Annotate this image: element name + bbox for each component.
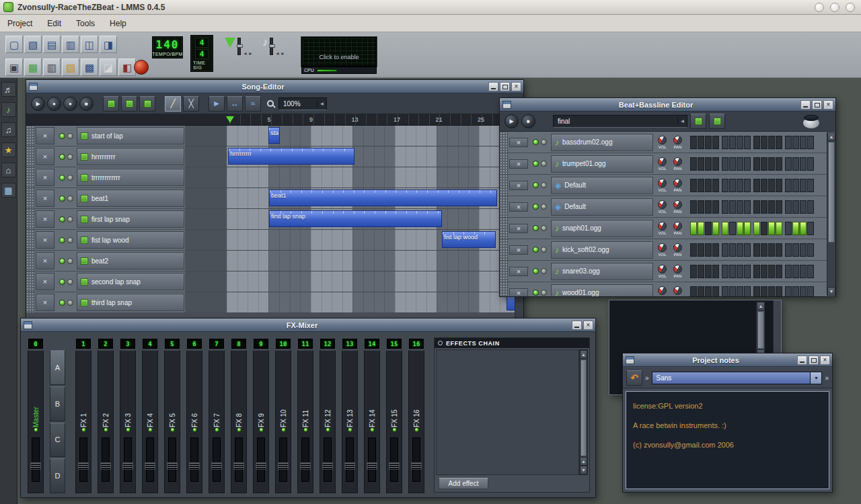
track-ops-button[interactable]: ×	[509, 224, 528, 233]
pan-knob[interactable]	[673, 222, 682, 230]
track-grip[interactable]	[500, 218, 508, 239]
beat-cell[interactable]	[744, 265, 751, 278]
track-ops-button[interactable]: ×	[509, 138, 528, 147]
maximize-button[interactable]	[809, 355, 819, 365]
beat-cell[interactable]	[800, 200, 807, 214]
beat-cell[interactable]	[729, 157, 736, 171]
track-grip[interactable]	[500, 175, 508, 196]
beat-cell[interactable]	[690, 265, 697, 278]
sidebar-item-presets[interactable]: ♫	[1, 122, 16, 137]
bb-editor-titlebar[interactable]: Beat+Bassline Editor ×	[500, 98, 835, 112]
track-timeline[interactable]: sta	[185, 126, 523, 146]
menu-project[interactable]: Project	[0, 15, 40, 32]
beat-cell[interactable]	[698, 222, 704, 235]
track-grip[interactable]	[500, 196, 508, 217]
beat-cell[interactable]	[698, 286, 704, 297]
edit-mode-button[interactable]: ╳	[183, 96, 199, 112]
scroll-down-button[interactable]: ▼	[580, 466, 587, 474]
beat-cell[interactable]	[690, 243, 697, 257]
beat-cell[interactable]	[722, 157, 728, 171]
zoom-select[interactable]: 100% ◄	[278, 97, 327, 110]
beat-cell[interactable]	[690, 157, 697, 171]
track-name-button[interactable]: beat2	[77, 252, 184, 269]
beat-cell[interactable]	[768, 200, 775, 214]
fader-handle[interactable]	[78, 462, 89, 470]
beat-cell[interactable]	[698, 200, 704, 214]
beat-cell[interactable]	[729, 265, 736, 278]
track-timeline[interactable]: first lap snap	[185, 209, 523, 229]
beat-cell[interactable]	[744, 179, 751, 192]
scroll-up2-button[interactable]: ▲	[580, 457, 587, 466]
track-enable-led[interactable]	[533, 290, 539, 296]
sidebar-item-instruments[interactable]: ♬	[1, 82, 16, 97]
beat-cell[interactable]	[807, 179, 814, 192]
track-timeline[interactable]	[185, 167, 523, 187]
pan-knob[interactable]	[673, 286, 682, 295]
track-mute-led[interactable]	[67, 196, 73, 202]
beat-cell[interactable]	[729, 136, 736, 149]
beat-cell[interactable]	[768, 179, 775, 192]
bb-editor-toggle[interactable]: ▦	[24, 58, 42, 76]
beat-cell[interactable]	[737, 200, 743, 214]
track-ops-button[interactable]: ×	[509, 181, 528, 190]
volume-knob[interactable]	[658, 286, 667, 295]
maximize-button[interactable]	[812, 100, 822, 110]
beat-cell[interactable]	[800, 286, 807, 297]
beat-cell[interactable]	[768, 136, 775, 149]
fx-channel[interactable]: FX 12	[320, 350, 336, 493]
fader-handle[interactable]	[167, 462, 178, 470]
record-button[interactable]: ●	[47, 97, 61, 111]
track-grip[interactable]	[500, 153, 508, 174]
beat-cell[interactable]	[792, 157, 799, 171]
track-name-button[interactable]: ♪snaph01.ogg	[551, 220, 653, 237]
fader-handle[interactable]	[300, 462, 311, 470]
beat-cell[interactable]	[712, 157, 719, 171]
project-notes-titlebar[interactable]: Project notes ×	[623, 353, 832, 367]
beat-cell[interactable]	[776, 157, 782, 171]
beat-cell[interactable]	[729, 243, 736, 257]
stop-button[interactable]: ■	[79, 97, 93, 111]
timeline-ruler[interactable]: 5913172125	[26, 114, 523, 126]
master-pitch-slider[interactable]	[270, 38, 273, 55]
fx-fader[interactable]	[146, 437, 154, 482]
output-visualizer[interactable]: Click to enable	[301, 37, 377, 67]
beat-cell[interactable]	[776, 179, 782, 192]
beat-cell[interactable]	[753, 136, 760, 149]
beat-cell[interactable]	[705, 179, 712, 192]
track-mute-led[interactable]	[541, 182, 547, 188]
beat-cell[interactable]	[705, 286, 712, 297]
beat-cell[interactable]	[753, 157, 760, 171]
bb-editor-scrollbar[interactable]: ▲ ▼	[827, 132, 835, 296]
fx-channel[interactable]: FX 7	[209, 350, 225, 493]
beat-cell[interactable]	[705, 157, 712, 171]
close-button[interactable]: ×	[583, 321, 593, 330]
track-mute-led[interactable]	[67, 133, 73, 139]
fx-fader[interactable]	[368, 437, 376, 482]
fx-fader[interactable]	[190, 437, 198, 482]
track-timeline[interactable]: beat1	[185, 188, 523, 208]
track-timeline[interactable]	[185, 251, 523, 271]
track-grip[interactable]	[26, 271, 34, 292]
sidebar-item-favorites[interactable]: ★	[1, 142, 16, 157]
auto-scroll-button[interactable]: ►	[209, 96, 225, 112]
track-name-button[interactable]: start of lap	[77, 127, 184, 144]
beat-cell[interactable]	[737, 243, 743, 257]
track-ops-button[interactable]: ×	[509, 245, 528, 255]
fx-fader[interactable]	[412, 437, 420, 482]
volume-knob[interactable]	[658, 136, 667, 144]
beat-cell[interactable]	[800, 265, 807, 278]
track-name-button[interactable]: trrrrrrrrrrrr	[77, 169, 184, 186]
window-minimize-button[interactable]	[815, 3, 824, 12]
minimize-button[interactable]	[800, 100, 811, 110]
track-mute-led[interactable]	[541, 247, 547, 253]
track-enable-led[interactable]	[59, 133, 65, 139]
beat-cell[interactable]	[705, 136, 712, 149]
pan-knob[interactable]	[673, 136, 682, 144]
track-enable-led[interactable]	[533, 182, 539, 188]
fx-fader[interactable]	[213, 437, 221, 482]
scroll-up-button[interactable]: ▲	[757, 302, 765, 310]
pitch-spin-arrows[interactable]: ◄►	[275, 51, 286, 56]
fx-channel[interactable]: FX 16	[408, 350, 424, 493]
beat-cell[interactable]	[722, 243, 728, 257]
beat-cell[interactable]	[744, 222, 751, 235]
